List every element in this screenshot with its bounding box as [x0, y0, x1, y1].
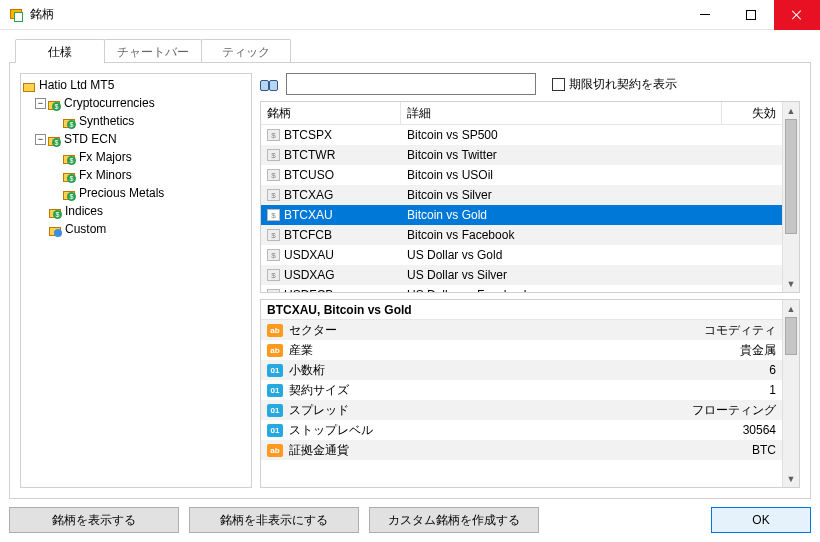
tree-label: Indices: [65, 204, 103, 218]
symbol-name: USDFCB: [284, 288, 333, 292]
show-symbol-button[interactable]: 銘柄を表示する: [9, 507, 179, 533]
table-row[interactable]: $BTCXAGBitcoin vs Silver: [261, 185, 782, 205]
field-type-icon: 01: [267, 404, 283, 417]
tree-root[interactable]: Hatio Ltd MT5: [23, 76, 249, 94]
symbol-desc: Bitcoin vs Silver: [401, 188, 722, 202]
tree-node-custom[interactable]: Custom: [23, 220, 249, 238]
symbol-desc: Bitcoin vs SP500: [401, 128, 722, 142]
symbol-tree[interactable]: Hatio Ltd MT5 −Cryptocurrencies Syntheti…: [20, 73, 252, 488]
field-type-icon: 01: [267, 424, 283, 437]
detail-value: フローティング: [662, 402, 782, 419]
tab-spec[interactable]: 仕様: [15, 39, 105, 63]
symbol-desc: US Dollar vs Gold: [401, 248, 722, 262]
detail-key: スプレッド: [289, 402, 349, 419]
field-type-icon: ab: [267, 344, 283, 357]
table-row[interactable]: $USDXAGUS Dollar vs Silver: [261, 265, 782, 285]
search-input[interactable]: [286, 73, 536, 95]
table-row[interactable]: $BTCFCBBitcoin vs Facebook: [261, 225, 782, 245]
field-type-icon: 01: [267, 384, 283, 397]
symbol-name: USDXAG: [284, 268, 335, 282]
tree-label: Hatio Ltd MT5: [39, 78, 114, 92]
col-symbol[interactable]: 銘柄: [261, 102, 401, 124]
tree-node-precious[interactable]: Precious Metals: [23, 184, 249, 202]
detail-scrollbar[interactable]: ▲ ▼: [782, 300, 799, 487]
col-detail[interactable]: 詳細: [401, 102, 722, 124]
detail-row[interactable]: 01ストップレベル30564: [261, 420, 782, 440]
scroll-up-icon[interactable]: ▲: [783, 102, 799, 119]
symbol-grid[interactable]: 銘柄 詳細 失効 $BTCSPXBitcoin vs SP500$BTCTWRB…: [260, 101, 800, 293]
scroll-down-icon[interactable]: ▼: [783, 275, 799, 292]
scroll-down-icon[interactable]: ▼: [783, 470, 799, 487]
field-type-icon: ab: [267, 324, 283, 337]
detail-grid[interactable]: BTCXAU, Bitcoin vs Gold abセクターコモディティab産業…: [260, 299, 800, 488]
tree-node-synthetics[interactable]: Synthetics: [23, 112, 249, 130]
table-row[interactable]: $BTCTWRBitcoin vs Twitter: [261, 145, 782, 165]
tree-node-indices[interactable]: Indices: [23, 202, 249, 220]
checkbox-label: 期限切れ契約を表示: [569, 76, 677, 93]
symbol-icon: $: [267, 209, 280, 221]
detail-row[interactable]: 01契約サイズ1: [261, 380, 782, 400]
symbol-desc: US Dollar vs Silver: [401, 268, 722, 282]
symbol-name: BTCXAU: [284, 208, 333, 222]
symbol-desc: Bitcoin vs Twitter: [401, 148, 722, 162]
detail-value: 6: [662, 363, 782, 377]
symbol-icon: $: [267, 129, 280, 141]
tree-label: Custom: [65, 222, 106, 236]
tree-label: Synthetics: [79, 114, 134, 128]
create-custom-button[interactable]: カスタム銘柄を作成する: [369, 507, 539, 533]
symbol-icon: $: [267, 169, 280, 181]
symbol-icon: $: [267, 249, 280, 261]
tree-label: STD ECN: [64, 132, 117, 146]
titlebar: 銘柄: [0, 0, 820, 30]
ok-button[interactable]: OK: [711, 507, 811, 533]
tree-node-crypto[interactable]: −Cryptocurrencies: [23, 94, 249, 112]
detail-row[interactable]: abセクターコモディティ: [261, 320, 782, 340]
symbol-desc: Bitcoin vs USOil: [401, 168, 722, 182]
detail-value: コモディティ: [662, 322, 782, 339]
detail-title: BTCXAU, Bitcoin vs Gold: [261, 300, 782, 320]
detail-row[interactable]: ab証拠金通貨BTC: [261, 440, 782, 460]
window-title: 銘柄: [30, 6, 54, 23]
maximize-button[interactable]: [728, 0, 774, 30]
symbol-desc: US Dollar vs Facebook: [401, 288, 722, 292]
symbol-icon: $: [267, 269, 280, 281]
show-expired-checkbox[interactable]: 期限切れ契約を表示: [552, 76, 677, 93]
tree-node-fxmajors[interactable]: Fx Majors: [23, 148, 249, 166]
symbol-name: BTCSPX: [284, 128, 332, 142]
detail-row[interactable]: 01小数桁6: [261, 360, 782, 380]
toolbar: 期限切れ契約を表示: [260, 73, 800, 95]
table-row[interactable]: $BTCUSOBitcoin vs USOil: [261, 165, 782, 185]
tree-label: Fx Majors: [79, 150, 132, 164]
tab-tick[interactable]: ティック: [201, 39, 291, 63]
detail-value: 30564: [662, 423, 782, 437]
table-row[interactable]: $USDXAUUS Dollar vs Gold: [261, 245, 782, 265]
table-row[interactable]: $USDFCBUS Dollar vs Facebook: [261, 285, 782, 292]
table-row[interactable]: $BTCSPXBitcoin vs SP500: [261, 125, 782, 145]
hide-symbol-button[interactable]: 銘柄を非表示にする: [189, 507, 359, 533]
detail-row[interactable]: 01スプレッドフローティング: [261, 400, 782, 420]
symbol-desc: Bitcoin vs Gold: [401, 208, 722, 222]
symbol-icon: $: [267, 149, 280, 161]
minimize-button[interactable]: [682, 0, 728, 30]
col-expired[interactable]: 失効: [722, 102, 782, 124]
collapse-icon[interactable]: −: [35, 134, 46, 145]
detail-row[interactable]: ab産業貴金属: [261, 340, 782, 360]
symbol-name: BTCTWR: [284, 148, 335, 162]
tree-node-fxminors[interactable]: Fx Minors: [23, 166, 249, 184]
tab-panel: Hatio Ltd MT5 −Cryptocurrencies Syntheti…: [9, 62, 811, 499]
detail-key: 産業: [289, 342, 313, 359]
detail-value: 1: [662, 383, 782, 397]
grid-scrollbar[interactable]: ▲ ▼: [782, 102, 799, 292]
tree-label: Cryptocurrencies: [64, 96, 155, 110]
symbol-name: USDXAU: [284, 248, 334, 262]
symbol-icon: $: [267, 229, 280, 241]
detail-key: 小数桁: [289, 362, 325, 379]
table-row[interactable]: $BTCXAUBitcoin vs Gold: [261, 205, 782, 225]
tab-chartbar[interactable]: チャートバー: [104, 39, 202, 63]
detail-key: 証拠金通貨: [289, 442, 349, 459]
collapse-icon[interactable]: −: [35, 98, 46, 109]
grid-header: 銘柄 詳細 失効: [261, 102, 782, 125]
close-button[interactable]: [774, 0, 820, 30]
tree-node-stdecn[interactable]: −STD ECN: [23, 130, 249, 148]
scroll-up-icon[interactable]: ▲: [783, 300, 799, 317]
